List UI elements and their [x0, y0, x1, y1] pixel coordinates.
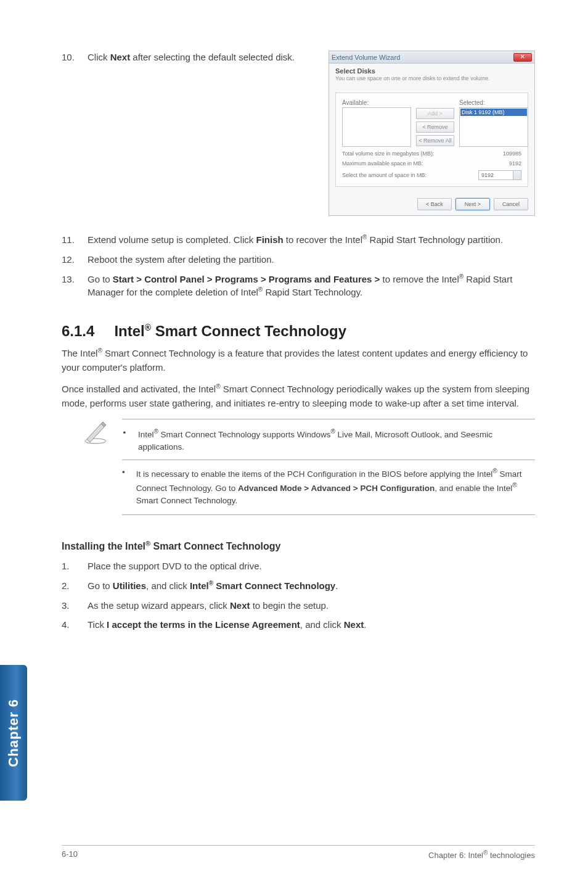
- reg-mark: ®: [153, 428, 158, 435]
- t: , and click: [300, 619, 344, 630]
- bold: Finish: [256, 234, 283, 245]
- pen-icon: [83, 419, 108, 445]
- install-step-1: 1. Place the support DVD to the optical …: [62, 559, 535, 573]
- step-11: 11. Extend volume setup is completed. Cl…: [62, 233, 535, 247]
- t: Intel: [190, 580, 209, 591]
- space-spinner[interactable]: 9192: [478, 170, 521, 180]
- install-step-3: 3. As the setup wizard appears, click Ne…: [62, 599, 535, 613]
- bold: Utilities: [113, 580, 146, 591]
- t: Rapid Start Technology.: [263, 287, 362, 297]
- reg-mark: ®: [216, 383, 220, 390]
- t: Go to: [88, 274, 113, 284]
- section-heading: 6.1.4 Intel® Smart Connect Technology: [62, 323, 535, 340]
- bold: Advanced Mode > Advanced > PCH Configura…: [238, 483, 435, 492]
- max-space-value: 9192: [472, 160, 521, 167]
- remove-all-button[interactable]: < Remove All: [416, 135, 454, 146]
- t: It is necessary to enable the items of t…: [136, 469, 493, 479]
- t: The Intel: [62, 348, 97, 358]
- step-number: 11.: [62, 233, 88, 247]
- t: after selecting the default selected dis…: [130, 52, 295, 62]
- install-step-4: 4. Tick I accept the terms in the Licens…: [62, 618, 535, 632]
- reg-mark: ®: [145, 540, 150, 547]
- reg-mark: ®: [97, 347, 102, 354]
- t: .: [335, 580, 338, 591]
- step-number: 13.: [62, 273, 88, 300]
- t: Click: [88, 52, 110, 62]
- reg-mark: ®: [145, 323, 151, 332]
- selected-disk-item[interactable]: Disk 1 9192 (MB): [460, 109, 527, 116]
- reg-mark: ®: [492, 468, 497, 474]
- t: Intel: [138, 430, 154, 439]
- t: Intel: [114, 323, 144, 339]
- t: , and enable the Intel: [435, 483, 512, 492]
- close-icon[interactable]: [513, 53, 532, 62]
- t: Smart Connect Technology supports Window…: [158, 430, 331, 439]
- total-size-value: 109985: [472, 151, 521, 157]
- step-12: 12. Reboot the system after deleting the…: [62, 253, 535, 266]
- install-step-2: 2. Go to Utilities, and click Intel® Sma…: [62, 579, 535, 593]
- note-content: •Intel® Smart Connect Technology support…: [122, 419, 535, 515]
- step-text: Tick I accept the terms in the License A…: [88, 618, 535, 632]
- reg-mark: ®: [512, 482, 517, 489]
- t: Rapid Start Technology partition.: [367, 234, 503, 245]
- t: Extend volume setup is completed. Click: [88, 234, 256, 245]
- step-text: As the setup wizard appears, click Next …: [88, 599, 535, 613]
- page-footer: 6-10 Chapter 6: Intel® technologies: [62, 845, 535, 860]
- step-text: Go to Start > Control Panel > Programs >…: [88, 273, 535, 300]
- step-10: 10. Click Next after selecting the defau…: [62, 51, 317, 64]
- note-item: Intel® Smart Connect Technology supports…: [138, 427, 535, 453]
- total-size-label: Total volume size in megabytes (MB):: [342, 151, 435, 157]
- reg-mark: ®: [330, 428, 335, 435]
- step-text: Go to Utilities, and click Intel® Smart …: [88, 579, 535, 593]
- step-text: Click Next after selecting the default s…: [88, 51, 317, 64]
- step-text: Reboot the system after deleting the par…: [88, 253, 535, 266]
- back-button[interactable]: < Back: [417, 198, 452, 210]
- step-number: 2.: [62, 579, 88, 593]
- step-number: 1.: [62, 559, 88, 573]
- footer-right: Chapter 6: Intel® technologies: [428, 849, 535, 860]
- cancel-button[interactable]: Cancel: [494, 198, 528, 210]
- t: Chapter 6: Intel: [428, 851, 483, 860]
- bullet-icon: •: [122, 466, 125, 507]
- dialog-heading: Select Disks: [335, 67, 528, 75]
- remove-button[interactable]: < Remove: [416, 122, 454, 133]
- step-text: Place the support DVD to the optical dri…: [88, 559, 535, 573]
- t: , and click: [146, 580, 190, 591]
- t: As the setup wizard appears, click: [88, 600, 230, 611]
- bullet-icon: •: [122, 427, 127, 453]
- step-number: 4.: [62, 618, 88, 632]
- dialog-subheading: You can use space on one or more disks t…: [335, 75, 528, 81]
- bold: Intel® Smart Connect Technology: [190, 580, 335, 591]
- available-label: Available:: [342, 99, 411, 106]
- section-title: Intel® Smart Connect Technology: [114, 323, 346, 340]
- t: Smart Connect Technology is a feature th…: [62, 348, 528, 373]
- t: Go to: [88, 580, 113, 591]
- step-number: 3.: [62, 599, 88, 613]
- bold: Next: [110, 52, 131, 62]
- extend-volume-wizard-dialog: Extend Volume Wizard Select Disks You ca…: [329, 51, 535, 216]
- note-block: •Intel® Smart Connect Technology support…: [83, 419, 535, 515]
- bold: I accept the terms in the License Agreem…: [107, 619, 300, 630]
- sidetab-label: Chapter 6: [6, 699, 22, 767]
- selected-listbox[interactable]: Disk 1 9192 (MB): [459, 107, 528, 147]
- bold: Next: [344, 619, 364, 630]
- t: to begin the setup.: [250, 600, 329, 611]
- t: Tick: [88, 619, 107, 630]
- t: Smart Connect Technology: [151, 323, 346, 339]
- t: .: [364, 619, 366, 630]
- add-button[interactable]: Add >: [416, 108, 454, 119]
- t: to remove the Intel: [383, 274, 459, 284]
- t: Once installed and activated, the Intel: [62, 384, 216, 394]
- available-listbox[interactable]: [342, 107, 411, 147]
- selected-label: Selected:: [459, 99, 528, 106]
- next-button[interactable]: Next >: [455, 198, 490, 210]
- bold: Start > Control Panel > Programs > Progr…: [113, 274, 383, 284]
- t: Smart Connect Technology.: [136, 496, 238, 505]
- step-13: 13. Go to Start > Control Panel > Progra…: [62, 273, 535, 300]
- max-space-label: Maximum available space in MB:: [342, 160, 423, 167]
- t: technologies: [488, 851, 535, 860]
- dialog-titlebar: Extend Volume Wizard: [329, 51, 534, 64]
- t: Smart Connect Technology: [150, 541, 280, 551]
- t: Installing the Intel: [62, 541, 145, 551]
- t: Smart Connect Technology: [213, 580, 335, 591]
